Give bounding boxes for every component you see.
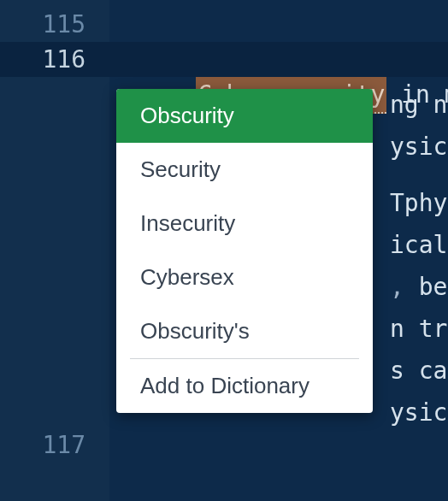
- code-line[interactable]: [109, 7, 448, 42]
- code-text[interactable]: ical: [390, 231, 447, 259]
- code-text[interactable]: ysic: [390, 133, 447, 161]
- spellcheck-suggestion[interactable]: Obscurity: [116, 89, 373, 143]
- spellcheck-context-menu: Obscurity Security Insecurity Cybersex O…: [116, 89, 373, 413]
- code-text[interactable]: n tr: [390, 315, 447, 343]
- code-text[interactable]: s ca: [390, 357, 447, 385]
- code-text[interactable]: , be: [390, 273, 447, 301]
- code-text[interactable]: Tphy: [390, 189, 447, 217]
- spellcheck-suggestion[interactable]: Obscurity's: [116, 304, 373, 358]
- gutter: 115 116 117: [0, 0, 109, 501]
- code-editor: 115 116 117 Cybersecurity in mole ng n y…: [0, 0, 448, 501]
- spellcheck-suggestion[interactable]: Insecurity: [116, 197, 373, 250]
- spellcheck-suggestion[interactable]: Cybersex: [116, 250, 373, 304]
- line-number: 115: [0, 7, 109, 42]
- code-text[interactable]: ysic: [390, 398, 447, 427]
- code-line-active[interactable]: Cybersecurity in mole: [109, 42, 448, 77]
- line-number-active: 116: [0, 42, 109, 77]
- code-text[interactable]: ng n: [390, 91, 447, 119]
- line-number: 117: [0, 427, 109, 463]
- add-to-dictionary[interactable]: Add to Dictionary: [116, 359, 373, 413]
- spellcheck-suggestion[interactable]: Security: [116, 143, 373, 197]
- code-content[interactable]: Cybersecurity in mole: [109, 7, 448, 77]
